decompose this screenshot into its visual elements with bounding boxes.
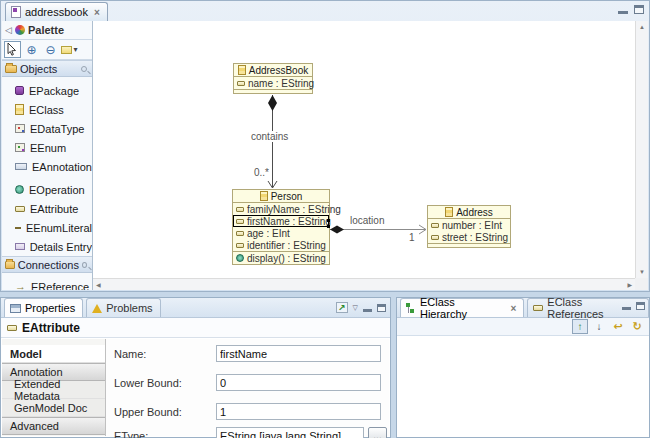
class-node-person[interactable]: Person familyName : EString firstName : … <box>232 189 330 265</box>
class-header[interactable]: AddressBook <box>234 64 312 77</box>
editor-body: ◁ Palette ⊕ ⊖ <box>2 21 648 290</box>
palette-item-eattribute[interactable]: EAttribute <box>2 199 92 218</box>
palette-item-label: EEnumLiteral <box>26 222 92 234</box>
attribute-row[interactable]: street : EString <box>428 231 510 243</box>
sidebar-item-extended-metadata[interactable]: Extended Metadata <box>2 381 105 399</box>
palette-drawer-connections[interactable]: Connections <box>2 256 92 273</box>
sidebar-item-advanced[interactable]: Advanced <box>2 417 105 435</box>
tab-label: EClass Hierarchy <box>420 296 505 320</box>
upper-bound-label: Upper Bound: <box>114 406 182 418</box>
eoperation-icon <box>15 185 24 194</box>
horizontal-scrollbar[interactable]: ◀ ▶ <box>93 278 635 290</box>
hierarchy-tree-area[interactable] <box>398 337 648 436</box>
multiplicity-label-location[interactable]: 1 <box>408 232 416 243</box>
minimize-icon[interactable] <box>618 5 628 14</box>
maximize-icon[interactable] <box>377 304 386 312</box>
selection-tool-button[interactable] <box>4 41 21 58</box>
pin-icon[interactable] <box>82 262 87 268</box>
zoom-out-tool-button[interactable]: ⊖ <box>42 41 59 58</box>
tab-properties[interactable]: Properties <box>4 298 83 317</box>
tab-eclass-hierarchy[interactable]: EClass Hierarchy × <box>400 298 524 317</box>
upper-bound-field[interactable] <box>216 403 381 420</box>
palette-item-eenumliteral[interactable]: EEnumLiteral <box>2 218 92 237</box>
details-entry-icon <box>15 243 25 250</box>
minimize-icon[interactable] <box>622 302 631 310</box>
view-menu-icon[interactable]: ▽ <box>353 304 358 312</box>
eclass-icon <box>238 65 246 75</box>
pin-icon[interactable] <box>81 66 87 72</box>
eoperation-icon <box>236 254 244 262</box>
class-header[interactable]: Address <box>428 206 510 219</box>
ereference-icon: → <box>15 281 26 290</box>
attribute-row[interactable]: age : EInt <box>233 227 329 239</box>
tab-label: Problems <box>106 302 152 314</box>
palette-item-ereference[interactable]: → EReference <box>2 277 92 290</box>
sidebar-item-genmodel-doc[interactable]: GenModel Doc <box>2 399 105 417</box>
scroll-right-icon[interactable]: ▶ <box>627 282 632 288</box>
epackage-icon <box>15 86 24 95</box>
zoom-in-tool-button[interactable]: ⊕ <box>23 41 40 58</box>
eattribute-icon <box>236 243 244 248</box>
palette-item-details-entry[interactable]: Details Entry <box>2 237 92 256</box>
ecore-diagram-file-icon <box>11 6 21 18</box>
drawer-objects-label: Objects <box>20 63 57 75</box>
class-header[interactable]: Person <box>233 190 329 203</box>
palette-drawer-objects[interactable]: Objects <box>2 60 92 77</box>
properties-title: EAttribute <box>22 321 80 335</box>
attribute-row[interactable]: identifier : EString <box>233 239 329 251</box>
problems-icon <box>92 304 102 313</box>
show-supertype-hierarchy-button[interactable]: ↑ <box>572 319 588 334</box>
attribute-row[interactable]: name : EString <box>234 77 312 89</box>
eattribute-icon <box>7 325 17 331</box>
open-new-view-icon[interactable]: ↗ <box>336 302 348 313</box>
class-node-address[interactable]: Address number : EInt street : EString <box>427 205 511 248</box>
class-node-addressbook[interactable]: AddressBook name : EString <box>233 63 313 94</box>
sidebar-item-model[interactable]: Model <box>2 345 105 363</box>
palette-item-epackage[interactable]: EPackage <box>2 81 92 100</box>
scroll-up-icon[interactable]: ▲ <box>639 24 645 30</box>
close-icon[interactable]: × <box>94 7 100 18</box>
back-button[interactable]: ↩ <box>610 319 626 334</box>
eattribute-icon <box>236 219 244 224</box>
connection-label-contains[interactable]: contains <box>250 131 289 142</box>
palette-item-label: EAnnotation <box>32 161 92 173</box>
palette-item-eclass[interactable]: EClass <box>2 100 92 119</box>
operation-row[interactable]: display() : EString <box>233 251 329 264</box>
class-name: Address <box>456 207 493 218</box>
etype-field[interactable] <box>216 427 364 438</box>
palette-item-edatatype[interactable]: EDataType <box>2 119 92 138</box>
diagram-canvas[interactable]: AddressBook name : EString Person <box>93 21 648 290</box>
attribute-row[interactable]: familyName : EString <box>233 203 329 215</box>
properties-form: Name: Lower Bound: Upper Bound: EType: .… <box>106 339 389 436</box>
drawer-connections-label: Connections <box>18 259 79 271</box>
note-tool-button[interactable]: ▾ <box>61 41 78 58</box>
scroll-left-icon[interactable]: ◀ <box>96 282 101 288</box>
show-subtype-hierarchy-button[interactable]: ↓ <box>591 319 607 334</box>
tab-problems[interactable]: Problems <box>86 298 160 317</box>
minimize-icon[interactable] <box>363 304 372 312</box>
attribute-row-selected[interactable]: firstName : EString <box>233 215 329 227</box>
etype-browse-button[interactable]: ... <box>368 427 387 438</box>
refresh-button[interactable]: ↻ <box>629 319 645 334</box>
palette-collapse-icon[interactable]: ◁ <box>5 25 12 35</box>
palette-item-eannotation[interactable]: EAnnotation <box>2 157 92 176</box>
lower-bound-field[interactable] <box>216 374 381 391</box>
palette-toolbar: ⊕ ⊖ ▾ <box>2 40 92 60</box>
properties-icon <box>10 304 21 313</box>
diagram-surface[interactable]: AddressBook name : EString Person <box>93 21 635 278</box>
connection-label-location[interactable]: location <box>349 215 385 226</box>
eattribute-icon <box>431 223 439 228</box>
name-field[interactable] <box>216 345 381 362</box>
vertical-scrollbar[interactable]: ▲ ▼ <box>635 21 648 278</box>
close-icon[interactable]: × <box>510 303 516 314</box>
scroll-down-icon[interactable]: ▼ <box>639 269 645 275</box>
multiplicity-label-contains[interactable]: 0..* <box>253 167 270 178</box>
eattribute-icon <box>236 207 244 212</box>
maximize-icon[interactable] <box>636 302 645 310</box>
attribute-row[interactable]: number : EInt <box>428 219 510 231</box>
properties-sidebar: Model Annotation Extended Metadata GenMo… <box>2 339 106 436</box>
maximize-icon[interactable] <box>634 5 644 14</box>
editor-tab-addressbook[interactable]: addressbook × <box>5 2 108 21</box>
palette-item-eoperation[interactable]: EOperation <box>2 180 92 199</box>
palette-item-eenum[interactable]: EEnum <box>2 138 92 157</box>
